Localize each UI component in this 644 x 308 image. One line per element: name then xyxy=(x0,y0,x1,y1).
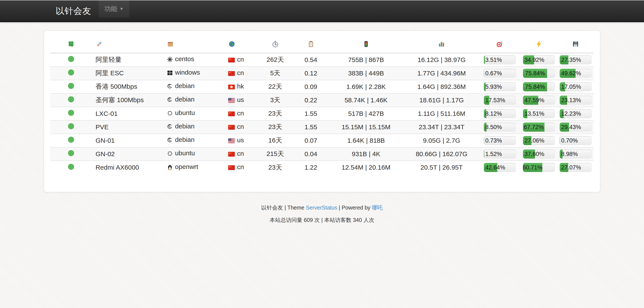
ram-usage-bar: 27.06% xyxy=(523,136,555,145)
disk-usage-label: 0.70% xyxy=(561,136,578,145)
globe-icon xyxy=(228,40,236,49)
server-row[interactable]: 圣何塞 100Mbpsdebianus3天0.2258.74K | 1.46K1… xyxy=(50,94,594,107)
server-row[interactable]: GN-01debianus16天0.071.64K | 818B9.05G | … xyxy=(50,134,594,147)
cpu-usage-bar: 8.50% xyxy=(484,123,516,132)
node-name: 香港 500Mbps xyxy=(92,80,164,94)
ram-usage-bar: 37.60% xyxy=(523,150,555,158)
status-dot-online xyxy=(68,137,74,143)
col-node-header xyxy=(92,36,164,53)
network-value: 931B | 4K xyxy=(328,147,404,161)
server-row[interactable]: 香港 500Mbpsdebianhk22天0.091.69K | 2.28K1.… xyxy=(50,80,594,94)
location-code: cn xyxy=(237,150,244,157)
traffic-value: 20.5T | 26.95T xyxy=(404,161,479,174)
visitor-stats: 本站总访问量 609 次 | 本站访客数 340 人次 xyxy=(0,216,644,224)
ram-usage-label: 37.60% xyxy=(524,150,544,158)
server-row[interactable]: 阿里轻量centoscn262天0.54755B | 867B16.12G | … xyxy=(50,53,594,67)
disk-usage-label: 27.35% xyxy=(561,55,581,64)
node-name: 阿里轻量 xyxy=(92,53,164,67)
footer-site: 以针会友 xyxy=(261,204,283,211)
ram-usage-label: 75.84% xyxy=(525,69,545,78)
debian-icon xyxy=(167,97,173,105)
functions-menu[interactable]: 功能 ▼ xyxy=(99,0,129,17)
col-cpu-header xyxy=(479,36,520,53)
node-name: 圣何塞 100Mbps xyxy=(92,94,164,107)
col-uptime-header xyxy=(257,36,294,53)
cpu-usage-fill xyxy=(484,150,484,158)
functions-menu-label: 功能 xyxy=(104,4,117,13)
col-system-header xyxy=(163,36,225,53)
powered-by-link[interactable]: 哪吒 xyxy=(372,204,383,211)
ram-usage-label: 27.06% xyxy=(524,136,544,145)
os-name: openwrt xyxy=(175,163,198,170)
load-value: 0.04 xyxy=(294,147,328,161)
node-name: LXC-01 xyxy=(92,107,164,120)
node-name: PVE xyxy=(92,120,164,134)
cpu-usage-label: 0.67% xyxy=(486,69,502,78)
server-row[interactable]: PVEdebiancn23天1.5515.15M | 15.15M23.34T … xyxy=(50,120,594,134)
server-table: 阿里轻量centoscn262天0.54755B | 867B16.12G | … xyxy=(50,36,594,174)
footer-credits: 以针会友 | Theme ServerStatus | Powered by 哪… xyxy=(0,204,644,211)
ram-usage-label: 75.84% xyxy=(525,82,545,91)
disk-usage-bar: 27.35% xyxy=(560,55,592,64)
server-row[interactable]: GN-02ubuntucn215天0.04931B | 4K80.66G | 1… xyxy=(50,147,594,161)
traffic-value: 80.66G | 162.07G xyxy=(404,147,479,161)
cpu-usage-bar: 42.64% xyxy=(484,163,516,172)
load-value: 0.07 xyxy=(294,134,328,147)
cpu-usage-bar: 17.53% xyxy=(484,96,516,105)
traffic-value: 16.12G | 38.97G xyxy=(404,53,479,67)
disk-usage-label: 23.13% xyxy=(561,96,581,105)
os-name: debian xyxy=(175,96,194,103)
ram-usage-bar: 60.71% xyxy=(523,163,555,172)
uptime-value: 215天 xyxy=(257,147,294,161)
cn-flag xyxy=(228,164,235,171)
disk-usage-bar: 23.13% xyxy=(560,96,592,105)
centos-icon xyxy=(167,56,173,64)
uptime-value: 23天 xyxy=(257,107,294,120)
os-name: windows xyxy=(175,69,200,76)
target-icon xyxy=(496,40,504,49)
traffic-value: 23.34T | 23.34T xyxy=(404,120,479,134)
cpu-usage-bar: 5.93% xyxy=(484,82,516,91)
location-code: cn xyxy=(237,123,244,130)
cpu-usage-fill xyxy=(484,136,484,145)
disk-usage-bar: 12.23% xyxy=(560,109,592,118)
us-flag xyxy=(228,97,235,104)
server-row[interactable]: Redmi AX6000openwrtcn23天1.2212.54M | 20.… xyxy=(50,161,594,174)
disk-usage-label: 8.98% xyxy=(561,150,578,158)
clipboard-icon xyxy=(307,40,314,49)
openwrt-icon xyxy=(167,164,173,172)
chevron-down-icon: ▼ xyxy=(120,6,124,11)
disk-usage-bar: 8.98% xyxy=(560,150,592,158)
os-name: debian xyxy=(175,136,194,143)
floppy-icon xyxy=(572,40,579,49)
status-dot-online xyxy=(68,123,74,129)
cpu-usage-label: 0.73% xyxy=(486,136,502,145)
node-name: 阿里 ESC xyxy=(92,67,164,80)
cpu-usage-label: 3.51% xyxy=(486,55,502,64)
hk-flag xyxy=(228,84,235,91)
footer: 以针会友 | Theme ServerStatus | Powered by 哪… xyxy=(0,204,644,224)
os-name: centos xyxy=(175,55,194,62)
network-value: 1.64K | 818B xyxy=(328,134,404,147)
cn-flag xyxy=(228,70,235,77)
node-name: GN-01 xyxy=(92,134,164,147)
location-code: us xyxy=(237,96,244,103)
network-value: 1.69K | 2.28K xyxy=(328,80,404,94)
node-name: GN-02 xyxy=(92,147,164,161)
theme-link[interactable]: ServerStatus xyxy=(306,204,338,211)
site-brand[interactable]: 以针会友 xyxy=(56,5,91,17)
server-row[interactable]: LXC-01ubuntucn23天1.55517B | 427B1.11G | … xyxy=(50,107,594,120)
load-value: 1.55 xyxy=(294,107,328,120)
status-dot-online xyxy=(68,164,74,170)
navbar: 以针会友 功能 ▼ xyxy=(0,0,644,22)
footer-theme-sep: | Theme xyxy=(283,204,306,211)
package-icon xyxy=(167,40,174,49)
server-row[interactable]: 阿里 ESCwindowscn5天0.12383B | 449B1.77G | … xyxy=(50,67,594,80)
os-name: debian xyxy=(175,123,194,130)
status-dot-online xyxy=(68,110,74,116)
traffic-value: 1.64G | 892.36M xyxy=(404,80,479,94)
status-dot-online xyxy=(68,96,74,102)
uptime-value: 262天 xyxy=(257,53,294,67)
cpu-usage-bar: 0.67% xyxy=(484,69,516,78)
network-value: 12.54M | 20.16M xyxy=(328,161,404,174)
